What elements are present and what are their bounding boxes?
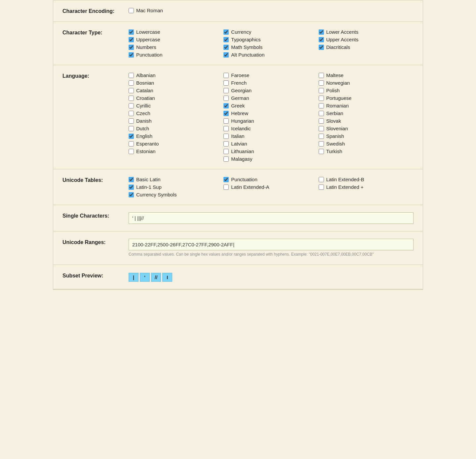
basic-latin-checkbox[interactable] <box>129 177 134 182</box>
portuguese-checkbox[interactable] <box>319 96 324 101</box>
punctuation-tbl-label[interactable]: Punctuation <box>231 177 257 182</box>
math-symbols-label[interactable]: Math Symbols <box>231 44 262 50</box>
latin-extended-a-label[interactable]: Latin Extended-A <box>231 184 269 190</box>
cyrillic-label[interactable]: Cyrillic <box>136 103 151 108</box>
georgian-label[interactable]: Georgian <box>231 88 252 93</box>
diacriticals-checkbox[interactable] <box>319 45 324 50</box>
uppercase-label[interactable]: Uppercase <box>136 37 160 42</box>
dutch-checkbox[interactable] <box>129 126 134 131</box>
romanian-checkbox[interactable] <box>319 103 324 108</box>
typographics-checkbox[interactable] <box>223 37 229 42</box>
estonian-checkbox[interactable] <box>129 149 134 154</box>
polish-label[interactable]: Polish <box>326 88 340 93</box>
catalan-label[interactable]: Catalan <box>136 88 153 93</box>
maltese-checkbox[interactable] <box>319 73 324 78</box>
greek-label[interactable]: Greek <box>231 103 245 108</box>
single-characters-input[interactable] <box>129 212 414 224</box>
italian-checkbox[interactable] <box>223 134 229 139</box>
currency-symbols-label[interactable]: Currency Symbols <box>136 192 177 197</box>
currency-label[interactable]: Currency <box>231 29 251 35</box>
swedish-checkbox[interactable] <box>319 141 324 146</box>
romanian-label[interactable]: Romanian <box>326 103 349 108</box>
dutch-label[interactable]: Dutch <box>136 126 149 131</box>
slovak-label[interactable]: Slovak <box>326 118 341 124</box>
hungarian-checkbox[interactable] <box>223 118 229 124</box>
slovenian-checkbox[interactable] <box>319 126 324 131</box>
diacriticals-label[interactable]: Diacriticals <box>326 44 350 50</box>
turkish-checkbox[interactable] <box>319 149 324 154</box>
lower-accents-checkbox[interactable] <box>319 29 324 35</box>
hungarian-label[interactable]: Hungarian <box>231 118 254 124</box>
numbers-checkbox[interactable] <box>129 45 134 50</box>
latvian-checkbox[interactable] <box>223 141 229 146</box>
norwegian-label[interactable]: Norwegian <box>326 80 350 86</box>
hebrew-label[interactable]: Hebrew <box>231 110 248 116</box>
faroese-checkbox[interactable] <box>223 73 229 78</box>
currency-checkbox[interactable] <box>223 29 229 35</box>
czech-checkbox[interactable] <box>129 111 134 116</box>
latin-extended-a-checkbox[interactable] <box>223 185 229 190</box>
hebrew-checkbox[interactable] <box>223 111 229 116</box>
cyrillic-checkbox[interactable] <box>129 103 134 108</box>
german-checkbox[interactable] <box>223 96 229 101</box>
portuguese-label[interactable]: Portuguese <box>326 95 352 101</box>
faroese-label[interactable]: Faroese <box>231 72 249 78</box>
lithuanian-checkbox[interactable] <box>223 149 229 154</box>
greek-checkbox[interactable] <box>223 103 229 108</box>
georgian-checkbox[interactable] <box>223 88 229 93</box>
albanian-label[interactable]: Albanian <box>136 72 155 78</box>
numbers-label[interactable]: Numbers <box>136 44 156 50</box>
swedish-label[interactable]: Swedish <box>326 141 345 146</box>
croatian-label[interactable]: Croatian <box>136 95 155 101</box>
polish-checkbox[interactable] <box>319 88 324 93</box>
lithuanian-label[interactable]: Lithuanian <box>231 148 254 154</box>
basic-latin-label[interactable]: Basic Latin <box>136 177 160 182</box>
serbian-checkbox[interactable] <box>319 111 324 116</box>
malagasy-label[interactable]: Malagasy <box>231 156 252 162</box>
bosnian-checkbox[interactable] <box>129 80 134 86</box>
uppercase-checkbox[interactable] <box>129 37 134 42</box>
slovenian-label[interactable]: Slovenian <box>326 126 348 131</box>
danish-label[interactable]: Danish <box>136 118 152 124</box>
punctuation-label[interactable]: Punctuation <box>136 52 162 58</box>
latvian-label[interactable]: Latvian <box>231 141 247 146</box>
english-checkbox[interactable] <box>129 134 134 139</box>
czech-label[interactable]: Czech <box>136 110 150 116</box>
french-label[interactable]: French <box>231 80 247 86</box>
latin-extended-plus-label[interactable]: Latin Extended + <box>326 184 364 190</box>
icelandic-checkbox[interactable] <box>223 126 229 131</box>
currency-symbols-checkbox[interactable] <box>129 192 134 197</box>
bosnian-label[interactable]: Bosnian <box>136 80 154 86</box>
catalan-checkbox[interactable] <box>129 88 134 93</box>
serbian-label[interactable]: Serbian <box>326 110 343 116</box>
latin-extended-b-checkbox[interactable] <box>319 177 324 182</box>
spanish-checkbox[interactable] <box>319 134 324 139</box>
mac-roman-label[interactable]: Mac Roman <box>136 8 163 13</box>
lowercase-checkbox[interactable] <box>129 29 134 35</box>
lowercase-label[interactable]: Lowercase <box>136 29 160 35</box>
norwegian-checkbox[interactable] <box>319 80 324 86</box>
esperanto-label[interactable]: Esperanto <box>136 141 159 146</box>
albanian-checkbox[interactable] <box>129 73 134 78</box>
french-checkbox[interactable] <box>223 80 229 86</box>
punctuation-tbl-checkbox[interactable] <box>223 177 229 182</box>
slovak-checkbox[interactable] <box>319 118 324 124</box>
estonian-label[interactable]: Estonian <box>136 148 155 154</box>
latin-extended-b-label[interactable]: Latin Extended-B <box>326 177 364 182</box>
spanish-label[interactable]: Spanish <box>326 133 344 139</box>
turkish-label[interactable]: Turkish <box>326 148 342 154</box>
typographics-label[interactable]: Typographics <box>231 37 260 42</box>
malagasy-checkbox[interactable] <box>223 156 229 162</box>
english-label[interactable]: English <box>136 133 152 139</box>
latin1-sup-checkbox[interactable] <box>129 185 134 190</box>
math-symbols-checkbox[interactable] <box>223 45 229 50</box>
croatian-checkbox[interactable] <box>129 96 134 101</box>
punctuation-checkbox[interactable] <box>129 52 134 58</box>
german-label[interactable]: German <box>231 95 249 101</box>
mac-roman-checkbox[interactable] <box>129 8 134 13</box>
upper-accents-checkbox[interactable] <box>319 37 324 42</box>
latin-extended-plus-checkbox[interactable] <box>319 185 324 190</box>
maltese-label[interactable]: Maltese <box>326 72 344 78</box>
icelandic-label[interactable]: Icelandic <box>231 126 251 131</box>
unicode-ranges-input[interactable] <box>129 239 414 250</box>
